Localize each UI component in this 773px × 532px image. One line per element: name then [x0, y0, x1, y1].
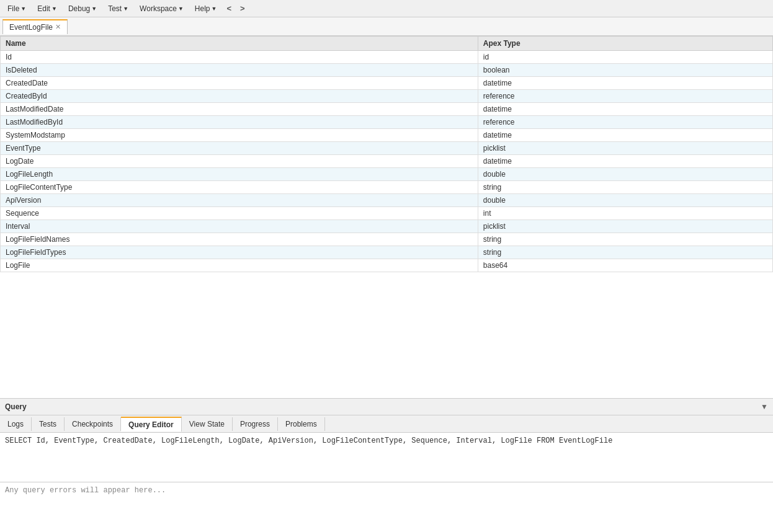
cell-name: Id: [1, 51, 478, 64]
panel-collapse-arrow[interactable]: ▼: [761, 402, 768, 411]
table-row[interactable]: LogFilebase64: [1, 259, 773, 272]
query-editor-input[interactable]: SELECT Id, EventType, CreatedDate, LogFi…: [0, 433, 773, 482]
menu-help[interactable]: Help ▼: [190, 3, 222, 14]
tab-eventlogfile[interactable]: EventLogFile ✕: [2, 19, 68, 34]
cell-name: Sequence: [1, 207, 478, 220]
tab-checkpoints[interactable]: Checkpoints: [65, 417, 121, 431]
cell-name: LogFileLength: [1, 168, 478, 181]
table-row[interactable]: Idid: [1, 51, 773, 64]
table-row[interactable]: LogFileFieldNamesstring: [1, 233, 773, 246]
tab-eventlogfile-close[interactable]: ✕: [55, 23, 61, 31]
tab-query-editor[interactable]: Query Editor: [121, 417, 182, 432]
nav-back-button[interactable]: <: [223, 2, 235, 14]
nav-forward-button[interactable]: >: [236, 2, 249, 14]
table-row[interactable]: LogFileLengthdouble: [1, 168, 773, 181]
cell-apex-type: reference: [478, 90, 772, 103]
cell-name: LogFile: [1, 259, 478, 272]
table-row[interactable]: SystemModstampdatetime: [1, 129, 773, 142]
query-error-area: Any query errors will appear here...: [0, 482, 773, 532]
top-tab-bar: EventLogFile ✕: [0, 17, 773, 36]
cell-apex-type: id: [478, 51, 772, 64]
cell-name: LastModifiedById: [1, 116, 478, 129]
cell-apex-type: picklist: [478, 220, 772, 233]
tab-progress[interactable]: Progress: [233, 417, 278, 431]
cell-apex-type: datetime: [478, 77, 772, 90]
tab-logs[interactable]: Logs: [0, 417, 32, 431]
cell-name: EventType: [1, 142, 478, 155]
cell-apex-type: picklist: [478, 142, 772, 155]
cell-apex-type: double: [478, 194, 772, 207]
table-row[interactable]: CreatedDatedatetime: [1, 77, 773, 90]
table-row[interactable]: LastModifiedByIdreference: [1, 116, 773, 129]
cell-apex-type: int: [478, 207, 772, 220]
menu-debug-arrow: ▼: [91, 6, 97, 12]
menu-file[interactable]: File ▼: [2, 3, 31, 14]
cell-apex-type: base64: [478, 259, 772, 272]
cell-name: LogFileContentType: [1, 181, 478, 194]
cell-name: CreatedDate: [1, 77, 478, 90]
column-header-name: Name: [1, 37, 478, 51]
menu-debug[interactable]: Debug ▼: [63, 3, 102, 14]
menu-workspace[interactable]: Workspace ▼: [135, 3, 189, 14]
table-row[interactable]: ApiVersiondouble: [1, 194, 773, 207]
cell-apex-type: double: [478, 168, 772, 181]
cell-apex-type: string: [478, 181, 772, 194]
cell-apex-type: boolean: [478, 64, 772, 77]
bottom-tab-bar: Logs Tests Checkpoints Query Editor View…: [0, 415, 773, 433]
fields-table: Name Apex Type IdidIsDeletedbooleanCreat…: [0, 36, 773, 272]
cell-name: LastModifiedDate: [1, 103, 478, 116]
column-header-apex-type: Apex Type: [478, 37, 772, 51]
cell-apex-type: datetime: [478, 103, 772, 116]
cell-name: IsDeleted: [1, 64, 478, 77]
tab-problems[interactable]: Problems: [278, 417, 325, 431]
cell-name: SystemModstamp: [1, 129, 478, 142]
table-container: Name Apex Type IdidIsDeletedbooleanCreat…: [0, 36, 773, 398]
menu-workspace-arrow: ▼: [178, 6, 184, 12]
menu-test-arrow: ▼: [123, 6, 128, 12]
query-panel-header[interactable]: Query ▼: [0, 398, 773, 415]
cell-name: LogFileFieldTypes: [1, 246, 478, 259]
table-row[interactable]: LogFileContentTypestring: [1, 181, 773, 194]
table-row[interactable]: Sequenceint: [1, 207, 773, 220]
cell-apex-type: string: [478, 246, 772, 259]
cell-name: Interval: [1, 220, 478, 233]
menu-test[interactable]: Test ▼: [103, 3, 133, 14]
cell-apex-type: reference: [478, 116, 772, 129]
table-row[interactable]: LogFileFieldTypesstring: [1, 246, 773, 259]
query-panel-label: Query: [5, 402, 27, 411]
table-row[interactable]: CreatedByIdreference: [1, 90, 773, 103]
table-row[interactable]: EventTypepicklist: [1, 142, 773, 155]
cell-name: LogDate: [1, 155, 478, 168]
tab-view-state[interactable]: View State: [182, 417, 233, 431]
tab-tests[interactable]: Tests: [32, 417, 65, 431]
tab-eventlogfile-label: EventLogFile: [9, 23, 53, 32]
menu-edit-arrow: ▼: [51, 6, 57, 12]
cell-apex-type: datetime: [478, 129, 772, 142]
cell-apex-type: string: [478, 233, 772, 246]
table-row[interactable]: LastModifiedDatedatetime: [1, 103, 773, 116]
table-row[interactable]: Intervalpicklist: [1, 220, 773, 233]
menu-edit[interactable]: Edit ▼: [32, 3, 62, 14]
cell-name: ApiVersion: [1, 194, 478, 207]
menu-file-arrow: ▼: [20, 6, 26, 12]
table-row[interactable]: IsDeletedboolean: [1, 64, 773, 77]
menubar: File ▼ Edit ▼ Debug ▼ Test ▼ Workspace ▼…: [0, 0, 773, 17]
table-row[interactable]: LogDatedatetime: [1, 155, 773, 168]
cell-name: LogFileFieldNames: [1, 233, 478, 246]
cell-apex-type: datetime: [478, 155, 772, 168]
cell-name: CreatedById: [1, 90, 478, 103]
menu-help-arrow: ▼: [212, 6, 217, 12]
